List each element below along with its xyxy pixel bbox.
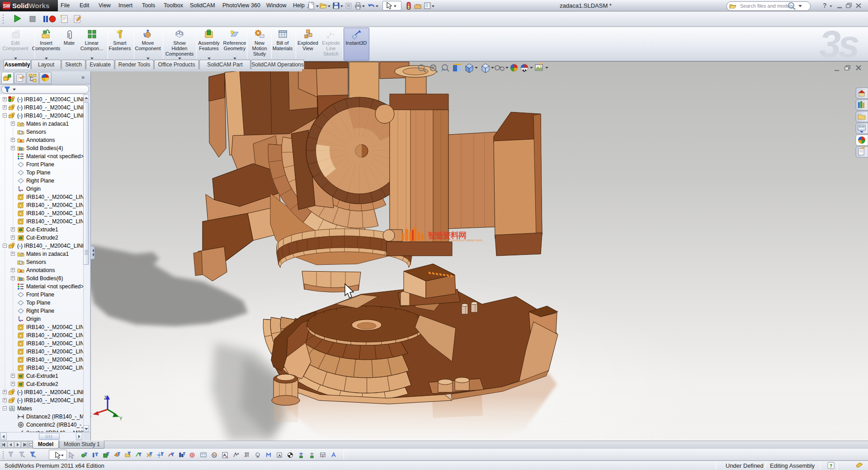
- svg-text:Z: Z: [104, 395, 107, 400]
- svg-text:A: A: [257, 455, 259, 459]
- svg-text:A: A: [19, 139, 23, 143]
- svg-text:?: ?: [830, 463, 833, 469]
- svg-text:A: A: [19, 269, 23, 273]
- svg-text:Y: Y: [119, 416, 123, 421]
- svg-text:SolidWorks: SolidWorks: [12, 2, 49, 9]
- svg-text:A: A: [278, 453, 281, 458]
- svg-text:智造资料网: 智造资料网: [427, 231, 466, 240]
- svg-text:SW: SW: [3, 4, 10, 9]
- svg-text:INTELLIGENT MANUFACTURING DATA: INTELLIGENT MANUFACTURING DATA: [433, 239, 482, 242]
- svg-text:A: A: [223, 453, 226, 457]
- svg-text:N: N: [213, 453, 216, 457]
